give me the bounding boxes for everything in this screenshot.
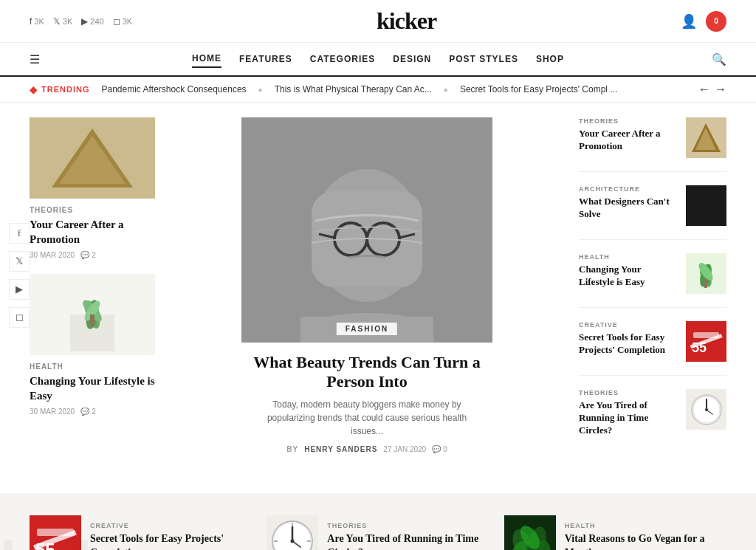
right-article-2-title[interactable]: What Designers Can't Solve: [579, 196, 678, 221]
article-2-meta: 30 MAR 2020 💬 2: [30, 408, 155, 416]
article-1-category: THEORIES: [30, 206, 155, 214]
hamburger-menu[interactable]: ☰: [30, 52, 40, 66]
nav-home[interactable]: HOME: [192, 50, 221, 68]
article-1-date: 30 MAR 2020: [30, 251, 75, 259]
sidebar-twitter[interactable]: 𝕏: [9, 251, 30, 272]
nav-features[interactable]: FEATURES: [239, 51, 292, 67]
right-article-4-title[interactable]: Secret Tools for Easy Projects' Completi…: [579, 331, 678, 357]
bottom-card-2-title[interactable]: Are You Tired of Running in Time Circles…: [327, 532, 489, 550]
facebook-link[interactable]: f 3K: [30, 16, 44, 27]
trending-next[interactable]: →: [715, 83, 726, 96]
bottom-card-2-category: THEORIES: [327, 522, 489, 529]
right-article-3-category: HEALTH: [579, 253, 678, 261]
right-article-4-content: CREATIVE Secret Tools for Easy Projects'…: [579, 321, 678, 357]
bottom-section: kicker 55 CREATIVE Secret Tools for Easy…: [0, 493, 756, 550]
right-article-1: THEORIES Your Career After a Promotion: [579, 117, 726, 172]
svg-point-39: [705, 408, 708, 411]
right-article-2-thumb[interactable]: [686, 185, 726, 226]
nav-post-styles[interactable]: POST STYLES: [449, 51, 518, 67]
right-article-3: HEALTH Changing Your Lifestyle is Easy: [579, 253, 726, 308]
right-article-4: CREATIVE Secret Tools for Easy Projects'…: [579, 321, 726, 376]
facebook-icon: f: [30, 16, 32, 27]
right-article-2-category: ARCHITECTURE: [579, 185, 678, 193]
top-right-actions: 👤 0: [681, 11, 726, 32]
article-1-meta: 30 MAR 2020 💬 2: [30, 251, 155, 259]
flame-icon: ◆: [30, 84, 38, 95]
site-logo[interactable]: kicker: [377, 7, 436, 35]
author-name[interactable]: HENRY SANDERS: [304, 445, 377, 453]
left-article-2: HEALTH Changing Your Lifestyle is Easy 3…: [30, 274, 155, 416]
youtube-icon: ▶: [81, 16, 88, 27]
main-article-title[interactable]: What Beauty Trends Can Turn a Person Int…: [249, 353, 485, 392]
right-article-3-thumb[interactable]: [686, 253, 726, 294]
left-column: THEORIES Your Career After a Promotion 3…: [30, 117, 155, 464]
article-2-date: 30 MAR 2020: [30, 408, 75, 416]
user-icon[interactable]: 👤: [681, 13, 697, 30]
twitter-link[interactable]: 𝕏 3K: [53, 16, 72, 27]
svg-point-48: [291, 539, 295, 543]
left-article-1: THEORIES Your Career After a Promotion 3…: [30, 117, 155, 259]
right-article-2: ARCHITECTURE What Designers Can't Solve: [579, 185, 726, 240]
trending-prev[interactable]: ←: [698, 83, 710, 96]
article-1-thumb[interactable]: [30, 117, 155, 199]
bottom-card-2: THEORIES Are You Tired of Running in Tim…: [267, 515, 489, 550]
twitter-icon: 𝕏: [53, 16, 61, 27]
bottom-card-3-category: HEALTH: [565, 522, 726, 529]
main-article-meta: BY HENRY SANDERS 27 JAN 2020 💬 0: [286, 445, 447, 453]
cart-count: 0: [714, 17, 718, 25]
bottom-card-3-title[interactable]: Vital Reasons to Go Vegan for a Month: [565, 532, 726, 550]
search-icon[interactable]: 🔍: [712, 52, 726, 66]
bottom-card-2-content: THEORIES Are You Tired of Running in Tim…: [327, 522, 489, 550]
svg-rect-30: [704, 279, 707, 288]
sidebar-facebook[interactable]: f: [9, 223, 30, 244]
cart-button[interactable]: 0: [706, 11, 726, 32]
right-article-1-title[interactable]: Your Career After a Promotion: [579, 128, 678, 153]
right-article-1-thumb[interactable]: [686, 117, 726, 158]
nav-shop[interactable]: SHOP: [536, 51, 564, 67]
right-article-2-content: ARCHITECTURE What Designers Can't Solve: [579, 185, 678, 221]
trending-dot-2: ●: [444, 86, 448, 94]
trending-item-3[interactable]: Secret Tools for Easy Projects' Compl ..…: [460, 84, 617, 94]
trending-arrows: ← →: [698, 83, 726, 96]
sidebar-instagram[interactable]: ◻: [9, 307, 30, 328]
youtube-link[interactable]: ▶ 240: [81, 16, 103, 27]
bottom-card-2-thumb[interactable]: [267, 515, 318, 550]
nav-design[interactable]: DESIGN: [393, 51, 431, 67]
trending-item-1[interactable]: Pandemic Aftershock Consequences: [101, 84, 246, 94]
comment-icon-2: 💬: [80, 408, 89, 416]
instagram-link[interactable]: ◻ 3K: [113, 16, 132, 27]
article-1-title[interactable]: Your Career After a Promotion: [30, 218, 155, 247]
main-article-image[interactable]: FASHION: [241, 117, 492, 343]
right-article-3-content: HEALTH Changing Your Lifestyle is Easy: [579, 253, 678, 289]
right-article-5-thumb[interactable]: [686, 389, 726, 430]
article-2-comments: 💬 2: [80, 408, 96, 416]
comment-icon: 💬: [80, 251, 89, 259]
twitter-count: 3K: [63, 17, 72, 26]
instagram-icon: ◻: [16, 312, 24, 323]
facebook-icon: f: [18, 227, 21, 239]
comment-count: 💬 0: [432, 445, 447, 453]
right-article-4-thumb[interactable]: 55: [686, 321, 726, 362]
svg-rect-4: [30, 117, 155, 199]
nav-categories[interactable]: CATEGORIES: [310, 51, 375, 67]
article-2-category: HEALTH: [30, 362, 155, 371]
trending-items: Pandemic Aftershock Consequences ● This …: [101, 84, 687, 94]
fashion-badge: FASHION: [337, 323, 397, 335]
article-2-thumb[interactable]: [30, 274, 155, 355]
right-article-3-title[interactable]: Changing Your Lifestyle is Easy: [579, 264, 678, 289]
main-content: THEORIES Your Career After a Promotion 3…: [0, 103, 756, 478]
bottom-card-3: HEALTH Vital Reasons to Go Vegan for a M…: [504, 515, 726, 550]
right-article-5-category: THEORIES: [579, 389, 678, 396]
right-column: THEORIES Your Career After a Promotion A…: [579, 117, 726, 464]
article-2-title[interactable]: Changing Your Lifestyle is Easy: [30, 374, 155, 403]
main-article-excerpt: Today, modern beauty bloggers make money…: [256, 398, 478, 438]
svg-rect-22: [241, 117, 492, 343]
right-article-5-title[interactable]: Are You Tired of Running in Time Circles…: [579, 399, 678, 437]
trending-item-2[interactable]: This is What Physical Therapy Can Ac...: [275, 84, 432, 94]
main-nav: ☰ HOME FEATURES CATEGORIES DESIGN POST S…: [0, 43, 756, 77]
social-links: f 3K 𝕏 3K ▶ 240 ◻ 3K: [30, 16, 132, 27]
youtube-count: 240: [90, 17, 103, 26]
bottom-card-3-thumb[interactable]: [504, 515, 556, 550]
sidebar-youtube[interactable]: ▶: [9, 279, 30, 300]
bottom-card-3-content: HEALTH Vital Reasons to Go Vegan for a M…: [565, 522, 726, 550]
